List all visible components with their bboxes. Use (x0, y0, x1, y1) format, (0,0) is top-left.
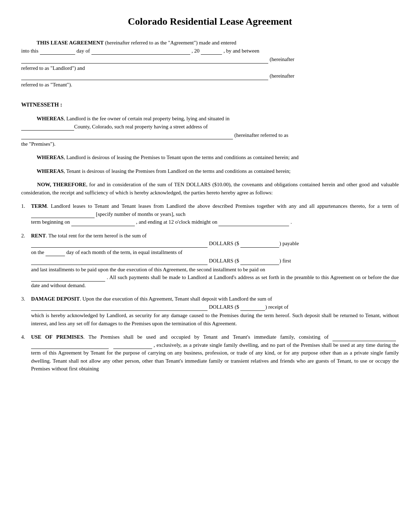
whereas3-section: WHEREAS, Tenant is desirous of leasing t… (21, 167, 399, 175)
rent-first-label: ) first (279, 257, 291, 265)
deposit-receipt-label: ) receipt of (265, 303, 288, 311)
landlord-line1: (hereinafter (21, 55, 399, 64)
intro-line1-text: (hereinafter referred to as the "Agreeme… (105, 40, 236, 46)
item-use-of-premises: 4. USE OF PREMISES. The Premises shall b… (21, 333, 399, 373)
witnesseth-label: WITNESSETH : (21, 102, 62, 108)
whereas2-bold: WHEREAS (37, 155, 64, 160)
whereas2-text: , Landlord is desirous of leasing the Pr… (64, 155, 299, 160)
numbered-list: 1. TERM. Landlord leases to Tenant and T… (21, 202, 399, 373)
rent-dollars-row2: DOLLARS ($ ) first (31, 257, 399, 265)
rent-on-the-row: on the day of each month of the term, in… (31, 248, 399, 256)
deposit-word-field (31, 304, 208, 311)
agreement-bold: THIS LEASE AGREEMENT (37, 40, 104, 46)
dollars-label1: DOLLARS ($ (209, 240, 239, 248)
hereinafter2-label: (hereinafter (270, 72, 294, 80)
whereas1-text: , Landlord is the fee owner of certain r… (64, 116, 229, 121)
deposit-dollars-label: DOLLARS ($ (209, 303, 239, 311)
whereas1-para: WHEREAS, Landlord is the fee owner of ce… (21, 115, 399, 123)
rent-day-text: day of each month of the term, in equal … (66, 248, 182, 256)
address-field (21, 133, 233, 139)
item4-content: USE OF PREMISES. The Premises shall be u… (31, 333, 399, 373)
item2-num: 2. (21, 232, 31, 240)
whereas1-bold: WHEREAS (37, 116, 64, 121)
item3-content: DAMAGE DEPOSIT. Upon the due execution o… (31, 295, 399, 327)
use-blank2-field (31, 343, 109, 349)
premises-label: the "Premises"). (21, 141, 55, 147)
day-of-label: day of (77, 47, 90, 55)
deposit-line2-text: which is hereby acknowledged by Landlord… (31, 313, 399, 326)
damage-deposit-text: . Upon the due execution of this Agreeme… (80, 296, 272, 302)
rent-dollars-row1: DOLLARS ($ ) payable (31, 240, 399, 248)
hereinafter-ref-label: (hereinafter referred to as (234, 131, 288, 139)
term-length-field (31, 212, 95, 218)
county-field (21, 124, 74, 131)
rent-text: . The total rent for the term hereof is … (46, 233, 146, 238)
whereas1-line4: the "Premises"). (21, 140, 399, 148)
rent-install-field (240, 259, 279, 265)
day-field (40, 48, 75, 55)
landlord-name-field (21, 57, 268, 64)
term-text: . Landlord leases to Tenant and Tenant l… (47, 203, 399, 209)
term-ending-label: , and ending at 12 o'clock midnight on (136, 219, 217, 225)
use-blank1-field (332, 335, 396, 341)
item2-content: RENT. The total rent for the term hereof… (31, 232, 399, 290)
tenant-line1: (hereinafter (21, 72, 399, 80)
item-term: 1. TERM. Landlord leases to Tenant and T… (21, 202, 399, 226)
into-this-label: into this (21, 47, 38, 55)
intro-line1: THIS LEASE AGREEMENT (hereinafter referr… (21, 39, 399, 47)
term-start-field (71, 220, 135, 226)
therefore-para: NOW, THEREFORE, for and in consideration… (21, 181, 399, 196)
rent-line3-text: and last installments to be paid upon th… (31, 267, 265, 272)
term-period: . (290, 219, 292, 225)
by-and-between-label: , by and between (223, 47, 259, 55)
hereinafter1-label: (hereinafter (270, 55, 294, 64)
rent-day-field (46, 250, 65, 256)
term-beginning-label: term beginning on (31, 219, 70, 225)
therefore-bold: NOW, THEREFORE (37, 182, 86, 187)
term-specify-label: [specify number of months or years], suc… (96, 211, 186, 217)
rent-install-word-field (31, 259, 208, 265)
rent-label: RENT (31, 233, 46, 238)
tenant-ref-label: referred to as "Tenant"). (21, 82, 72, 87)
intro-section: THIS LEASE AGREEMENT (hereinafter referr… (21, 39, 399, 89)
whereas3-text: , Tenant is desirous of leasing the Prem… (64, 168, 290, 174)
item-damage-deposit: 3. DAMAGE DEPOSIT. Upon the due executio… (21, 295, 399, 327)
rent-amount-field (240, 241, 279, 248)
item1-num: 1. (21, 202, 31, 210)
item1-content: TERM. Landlord leases to Tenant and Tena… (31, 202, 399, 226)
rent-payable-label: ) payable (279, 240, 299, 248)
rent-amount-word-field (31, 241, 208, 248)
whereas3-bold: WHEREAS (37, 168, 64, 174)
whereas1-line3: (hereinafter referred to as (21, 131, 399, 139)
on-the-label: on the (31, 248, 44, 256)
year-label: , 20 (192, 47, 200, 55)
item-rent: 2. RENT. The total rent for the term her… (21, 232, 399, 290)
tenant-name-field (21, 74, 268, 80)
landlord-ref-label: referred to as "Landlord") and (21, 65, 85, 71)
landlord-line2: referred to as "Landlord") and (21, 64, 399, 72)
tenant-line2: referred to as "Tenant"). (21, 81, 399, 89)
item4-num: 4. (21, 333, 31, 341)
use-of-premises-label: USE OF PREMISES (31, 334, 83, 340)
whereas1-section: WHEREAS, Landlord is the fee owner of ce… (21, 115, 399, 148)
intro-line2: into this day of , 20 , by and between (21, 47, 399, 55)
use-blank3-field (113, 343, 152, 349)
damage-deposit-label: DAMAGE DEPOSIT (31, 296, 80, 302)
month-field (91, 48, 190, 55)
term-end-field (218, 220, 289, 226)
deposit-amount-field (240, 304, 265, 311)
whereas1-line2: County, Colorado, such real property hav… (21, 123, 399, 131)
rent-second-install-field (31, 275, 105, 282)
term-label: TERM (31, 203, 47, 209)
witnesseth-section: WITNESSETH : (21, 92, 399, 109)
whereas2-section: WHEREAS, Landlord is desirous of leasing… (21, 153, 399, 162)
year-field (201, 48, 222, 55)
item3-num: 3. (21, 295, 31, 303)
deposit-dollars-row: DOLLARS ($ ) receipt of (31, 303, 399, 311)
whereas2-para: WHEREAS, Landlord is desirous of leasing… (21, 153, 399, 162)
dollars-label2: DOLLARS ($ (209, 257, 239, 265)
whereas3-para: WHEREAS, Tenant is desirous of leasing t… (21, 167, 399, 175)
county-label: County, Colorado, such real property hav… (74, 123, 208, 131)
therefore-section: NOW, THEREFORE, for and in consideration… (21, 181, 399, 196)
use-of-premises-text: . The Premises shall be used and occupie… (83, 334, 329, 340)
